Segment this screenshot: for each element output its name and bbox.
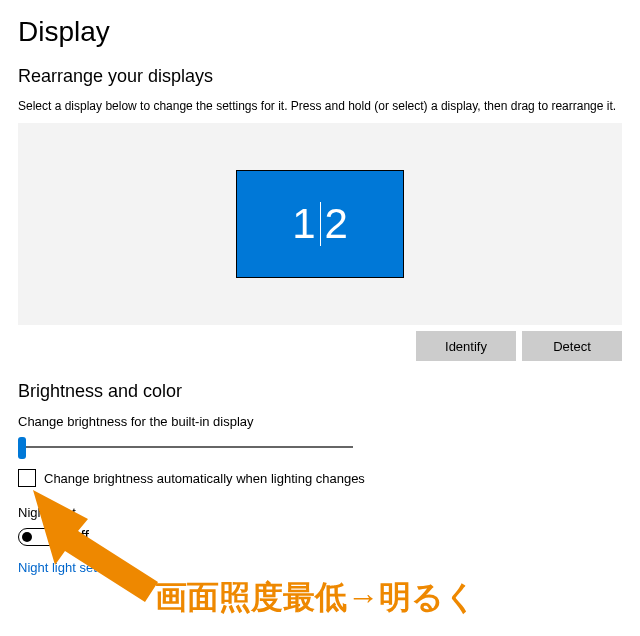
brightness-slider[interactable] xyxy=(18,437,353,457)
night-light-row: Off xyxy=(18,528,622,546)
night-light-toggle[interactable] xyxy=(18,528,58,546)
brightness-slider-rail xyxy=(18,446,353,448)
rearrange-hint: Select a display below to change the set… xyxy=(18,99,622,113)
rearrange-title: Rearrange your displays xyxy=(18,66,622,87)
brightness-slider-thumb[interactable] xyxy=(18,437,26,459)
auto-brightness-row[interactable]: Change brightness automatically when lig… xyxy=(18,469,622,487)
display-id-1: 1 xyxy=(292,200,315,248)
display-tile-separator xyxy=(320,202,321,246)
night-light-settings-link[interactable]: Night light settings xyxy=(18,560,622,575)
display-arrange-area[interactable]: 1 2 xyxy=(18,123,622,325)
night-light-toggle-knob xyxy=(22,532,32,542)
page-title: Display xyxy=(18,16,622,48)
display-tile[interactable]: 1 2 xyxy=(236,170,404,278)
brightness-slider-label: Change brightness for the built-in displ… xyxy=(18,414,622,429)
brightness-section-title: Brightness and color xyxy=(18,381,622,402)
display-id-2: 2 xyxy=(325,200,348,248)
auto-brightness-checkbox[interactable] xyxy=(18,469,36,487)
annotation-text: 画面照度最低→明るく xyxy=(155,576,477,620)
detect-button[interactable]: Detect xyxy=(522,331,622,361)
arrange-button-row: Identify Detect xyxy=(18,331,622,361)
night-light-state: Off xyxy=(68,528,89,546)
auto-brightness-label: Change brightness automatically when lig… xyxy=(44,471,365,486)
identify-button[interactable]: Identify xyxy=(416,331,516,361)
night-light-label: Night light xyxy=(18,505,622,520)
